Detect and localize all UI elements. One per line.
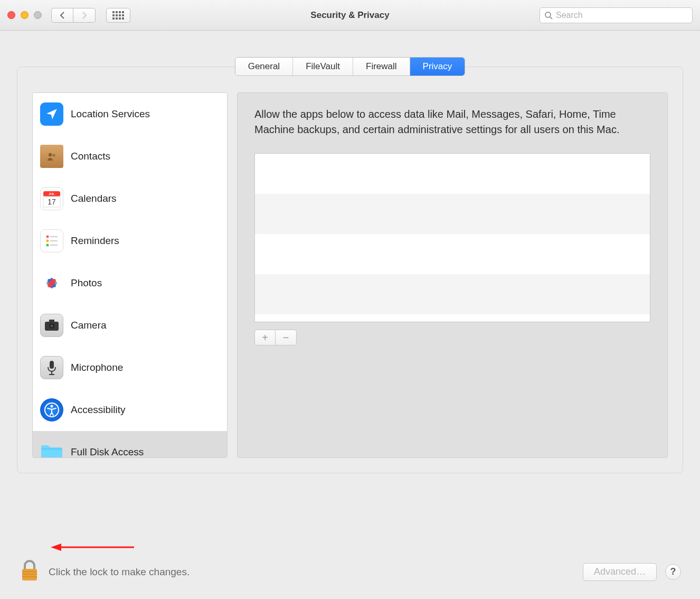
back-button[interactable] xyxy=(51,8,73,23)
photos-icon xyxy=(40,272,63,295)
main-panel: Location Services Contacts JUL17 Calenda… xyxy=(17,67,683,473)
titlebar: Security & Privacy xyxy=(0,0,700,31)
svg-rect-26 xyxy=(50,361,54,369)
show-all-prefs-button[interactable] xyxy=(106,8,130,23)
advanced-button: Advanced… xyxy=(583,563,657,581)
sidebar-item-label: Accessibility xyxy=(71,404,125,416)
svg-point-10 xyxy=(46,244,49,247)
close-window-button[interactable] xyxy=(7,11,15,19)
tab-privacy[interactable]: Privacy xyxy=(410,58,465,76)
footer: Click the lock to make changes. Advanced… xyxy=(19,559,681,584)
svg-point-2 xyxy=(49,153,52,156)
sidebar-item-label: Camera xyxy=(71,320,107,331)
svg-point-8 xyxy=(46,236,49,238)
content-pane: Allow the apps below to access data like… xyxy=(237,92,668,458)
list-row xyxy=(255,234,650,274)
sidebar-item-label: Full Disk Access xyxy=(71,446,144,458)
sidebar-item-label: Photos xyxy=(71,277,102,289)
svg-point-9 xyxy=(46,240,49,242)
app-access-list[interactable] xyxy=(254,153,650,322)
svg-rect-33 xyxy=(22,569,37,581)
list-row xyxy=(255,194,650,234)
sidebar-item-reminders[interactable]: Reminders xyxy=(33,220,227,262)
svg-point-0 xyxy=(545,12,551,17)
svg-marker-32 xyxy=(51,544,61,551)
svg-point-3 xyxy=(53,154,55,157)
sidebar-item-camera[interactable]: Camera xyxy=(33,304,227,347)
annotation-arrow xyxy=(51,542,135,552)
sidebar-item-full-disk-access[interactable]: Full Disk Access xyxy=(33,431,227,458)
privacy-category-sidebar[interactable]: Location Services Contacts JUL17 Calenda… xyxy=(32,92,228,458)
tab-bar: General FileVault Firewall Privacy xyxy=(0,57,700,76)
calendar-icon: JUL17 xyxy=(40,187,63,210)
sidebar-item-location-services[interactable]: Location Services xyxy=(33,93,227,135)
lock-hint-text: Click the lock to make changes. xyxy=(49,566,190,578)
list-row xyxy=(255,274,650,314)
search-field[interactable] xyxy=(540,7,693,23)
add-remove-buttons: + − xyxy=(254,330,650,345)
help-button[interactable]: ? xyxy=(665,564,681,580)
sidebar-item-calendars[interactable]: JUL17 Calendars xyxy=(33,177,227,220)
search-input[interactable] xyxy=(556,11,688,20)
svg-rect-23 xyxy=(49,320,54,322)
location-icon xyxy=(40,102,63,126)
contacts-icon xyxy=(40,145,63,168)
remove-button: − xyxy=(276,330,297,345)
maximize-window-button xyxy=(34,11,42,19)
sidebar-item-label: Microphone xyxy=(71,362,123,373)
reminders-icon xyxy=(40,229,63,252)
sidebar-item-accessibility[interactable]: Accessibility xyxy=(33,389,227,431)
description-text: Allow the apps below to access data like… xyxy=(254,107,650,137)
folder-icon xyxy=(40,441,63,458)
list-row xyxy=(255,154,650,194)
add-button: + xyxy=(254,330,276,345)
sidebar-item-photos[interactable]: Photos xyxy=(33,262,227,304)
minimize-window-button[interactable] xyxy=(21,11,29,19)
nav-buttons xyxy=(51,8,96,23)
sidebar-item-microphone[interactable]: Microphone xyxy=(33,347,227,389)
microphone-icon xyxy=(40,356,63,379)
lock-button[interactable] xyxy=(19,559,40,584)
tab-general[interactable]: General xyxy=(235,58,293,76)
accessibility-icon xyxy=(40,398,63,422)
sidebar-item-label: Calendars xyxy=(71,193,117,204)
sidebar-item-label: Reminders xyxy=(71,235,119,247)
svg-text:17: 17 xyxy=(48,198,56,206)
svg-point-25 xyxy=(51,325,53,327)
traffic-lights xyxy=(7,11,42,19)
forward-button xyxy=(73,8,96,23)
grid-icon xyxy=(112,11,124,20)
svg-line-1 xyxy=(550,17,552,19)
lock-icon xyxy=(19,559,40,583)
tab-firewall[interactable]: Firewall xyxy=(353,58,410,76)
svg-text:JUL: JUL xyxy=(49,192,55,195)
sidebar-item-label: Location Services xyxy=(71,108,150,120)
search-icon xyxy=(544,11,553,20)
tab-filevault[interactable]: FileVault xyxy=(293,58,353,76)
sidebar-item-contacts[interactable]: Contacts xyxy=(33,135,227,177)
camera-icon xyxy=(40,314,63,337)
svg-point-30 xyxy=(51,405,53,408)
sidebar-item-label: Contacts xyxy=(71,151,110,162)
